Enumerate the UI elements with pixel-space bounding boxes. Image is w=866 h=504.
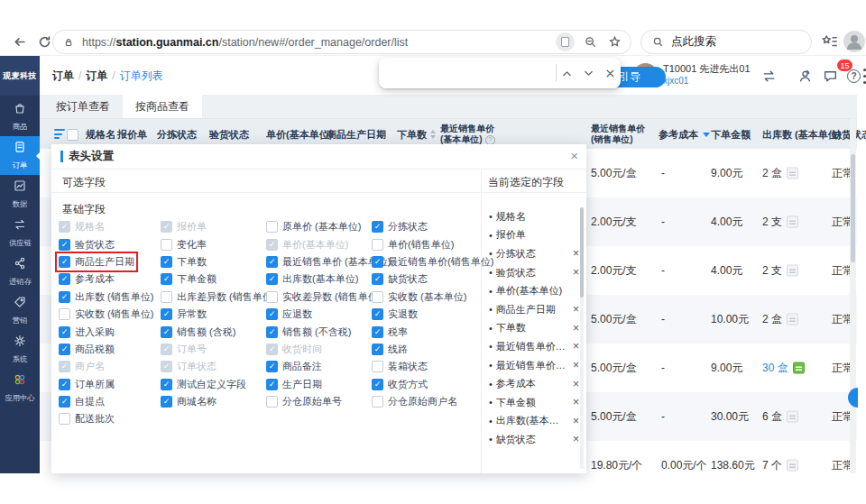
qty-note-icon[interactable] xyxy=(787,216,798,228)
field-checkbox[interactable]: ✓ xyxy=(372,344,383,355)
sidebar-item-data[interactable]: 数据 xyxy=(0,175,40,214)
field-checkbox[interactable]: ✓ xyxy=(266,326,278,338)
field-checkbox[interactable]: ✓ xyxy=(59,379,70,390)
translate-icon[interactable] xyxy=(556,32,575,51)
breadcrumb-item[interactable]: 订单 xyxy=(86,69,107,82)
dropdown-icon[interactable] xyxy=(703,133,710,137)
field-checkbox[interactable]: ✓ xyxy=(59,291,70,303)
browser-profile-avatar[interactable] xyxy=(843,31,865,52)
field-checkbox[interactable]: ✓ xyxy=(266,379,278,390)
messages-icon[interactable] xyxy=(823,69,839,85)
inventory-icon xyxy=(13,256,27,274)
tab-view-by-order[interactable]: 按订单查看 xyxy=(43,95,123,118)
support-icon[interactable] xyxy=(797,69,814,85)
find-close-icon[interactable] xyxy=(599,61,621,85)
lock-icon[interactable] xyxy=(62,36,75,49)
field-option: ✓进入采购 xyxy=(59,323,161,340)
select-all-checkbox[interactable] xyxy=(67,129,78,141)
sidebar-item-marketing[interactable]: 营销 xyxy=(0,291,40,330)
field-checkbox[interactable] xyxy=(372,396,383,408)
column-header[interactable]: 最近销售单价(销售单位) xyxy=(591,119,645,150)
cell-sale-price: 2.00元/支 xyxy=(591,215,637,230)
field-option-inner: 分仓原始商户名 xyxy=(372,395,457,408)
selected-field: •出库数(基本单位)× xyxy=(482,412,581,431)
field-checkbox[interactable]: ✓ xyxy=(266,361,278,372)
qty-note-icon[interactable] xyxy=(787,168,798,179)
field-checkbox[interactable] xyxy=(266,221,278,233)
bookmark-star-icon[interactable] xyxy=(605,33,623,51)
info-icon[interactable]: ? xyxy=(485,135,495,145)
find-next-icon[interactable] xyxy=(578,61,600,85)
qty-note-icon[interactable] xyxy=(787,265,798,277)
field-checkbox[interactable]: ✓ xyxy=(266,256,278,268)
reading-list-icon[interactable] xyxy=(821,32,841,52)
field-checkbox[interactable]: ✓ xyxy=(59,344,70,355)
switch-account-icon[interactable] xyxy=(761,69,778,85)
field-checkbox[interactable]: ✓ xyxy=(59,326,70,338)
qty-note-icon[interactable] xyxy=(787,314,798,325)
sidebar-item-orders[interactable]: 订单 xyxy=(0,136,40,175)
field-checkbox[interactable]: ✓ xyxy=(59,239,70,251)
field-checkbox[interactable]: ✓ xyxy=(372,221,383,233)
field-checkbox[interactable]: ✓ xyxy=(161,256,172,268)
field-label: 异常数 xyxy=(177,307,207,321)
field-option-inner: 变化率 xyxy=(161,238,207,252)
column-header[interactable]: 缺货状态 xyxy=(832,119,866,150)
field-checkbox[interactable] xyxy=(59,413,70,425)
column-header[interactable]: 下单金额 xyxy=(711,119,751,150)
field-option-inner: ✓订单号 xyxy=(161,343,207,356)
selected-list-scrollbar[interactable] xyxy=(580,207,584,469)
field-checkbox[interactable]: ✓ xyxy=(266,308,278,320)
field-checkbox[interactable] xyxy=(372,361,383,372)
help-icon[interactable]: ? xyxy=(847,69,861,83)
field-checkbox[interactable] xyxy=(372,291,383,303)
user-info[interactable]: T10001 先进先出01 xjxc01 xyxy=(663,63,751,87)
field-checkbox[interactable]: ✓ xyxy=(59,256,70,268)
tab-view-by-product[interactable]: 按商品查看 xyxy=(123,95,202,118)
browser-search-box[interactable]: 点此搜索 xyxy=(640,30,812,54)
field-label: 应退数 xyxy=(282,307,312,321)
field-checkbox[interactable] xyxy=(161,239,172,251)
field-option-inner: 实收数 (销售单位) xyxy=(59,307,153,321)
field-checkbox[interactable] xyxy=(266,396,278,408)
more-menu-icon[interactable] xyxy=(861,69,866,84)
field-checkbox[interactable] xyxy=(59,308,70,320)
table-scrollbar[interactable] xyxy=(850,118,856,473)
field-checkbox[interactable]: ✓ xyxy=(372,256,383,268)
field-checkbox[interactable]: ✓ xyxy=(266,273,278,285)
sidebar-item-system[interactable]: 系统 xyxy=(0,330,40,369)
close-icon[interactable]: × xyxy=(570,149,578,163)
field-checkbox[interactable]: ✓ xyxy=(161,308,172,320)
sort-icon[interactable] xyxy=(430,130,436,139)
field-checkbox[interactable]: ✓ xyxy=(161,379,172,390)
field-checkbox[interactable]: ✓ xyxy=(161,326,172,338)
sidebar-item-inventory[interactable]: 进销存 xyxy=(0,252,40,291)
field-checkbox[interactable] xyxy=(161,291,172,303)
column-filter-icon[interactable] xyxy=(54,129,65,139)
zoom-out-icon[interactable] xyxy=(581,33,599,51)
browser-back-button[interactable] xyxy=(7,30,31,53)
find-input[interactable] xyxy=(379,58,556,88)
field-checkbox[interactable]: ✓ xyxy=(372,273,383,285)
url-bar[interactable]: https://station.guanmai.cn/station/new#/… xyxy=(52,30,631,54)
field-checkbox[interactable]: ✓ xyxy=(372,379,383,390)
sidebar-item-app-center[interactable]: 应用中心 xyxy=(0,369,40,408)
field-checkbox[interactable]: ✓ xyxy=(59,273,70,285)
find-previous-icon[interactable] xyxy=(557,61,578,85)
field-checkbox[interactable]: ✓ xyxy=(372,308,383,320)
field-checkbox[interactable]: ✓ xyxy=(372,326,383,338)
bullet: • xyxy=(489,211,493,222)
sidebar-item-goods[interactable]: 商品 xyxy=(0,97,40,136)
field-checkbox[interactable] xyxy=(372,239,383,251)
field-checkbox[interactable] xyxy=(266,291,278,303)
sidebar-item-supply-chain[interactable]: 供应链 xyxy=(0,214,40,252)
qty-note-icon[interactable] xyxy=(793,362,805,374)
bullet: • xyxy=(489,379,493,389)
field-checkbox[interactable]: ✓ xyxy=(161,396,172,408)
qty-note-icon[interactable] xyxy=(787,460,798,472)
qty-note-icon[interactable] xyxy=(787,411,798,423)
column-header[interactable]: 参考成本 xyxy=(659,119,710,150)
breadcrumb-item[interactable]: 订单 xyxy=(52,69,74,82)
field-checkbox[interactable]: ✓ xyxy=(59,396,70,408)
field-checkbox[interactable]: ✓ xyxy=(161,273,172,285)
